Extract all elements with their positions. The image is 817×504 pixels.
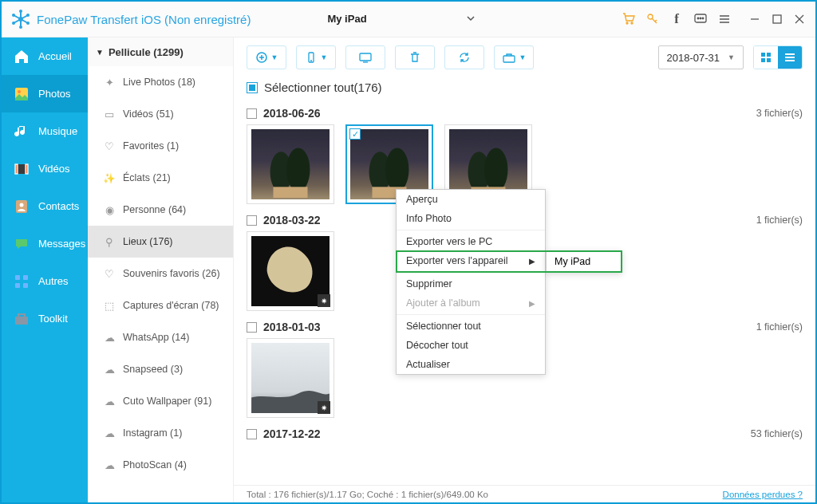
svg-point-6 bbox=[12, 14, 15, 17]
date-group-header[interactable]: 2017-12-2253 fichier(s) bbox=[247, 427, 803, 440]
context-menu-item[interactable]: Exporter vers l'appareil▶ bbox=[397, 251, 545, 270]
facebook-icon[interactable]: f bbox=[670, 13, 683, 26]
svg-point-9 bbox=[26, 22, 30, 25]
svg-rect-34 bbox=[23, 283, 28, 288]
add-button[interactable]: ▼ bbox=[247, 45, 286, 69]
album-icon: ⚲ bbox=[102, 234, 116, 249]
tree-label: WhatsApp (14) bbox=[123, 332, 189, 343]
svg-rect-27 bbox=[15, 164, 18, 174]
context-menu: AperçuInfo PhotoExporter vers le PCExpor… bbox=[396, 189, 546, 375]
date-group-header[interactable]: 2018-06-263 fichier(s) bbox=[247, 107, 803, 120]
svg-point-11 bbox=[631, 22, 633, 24]
videos-icon bbox=[13, 160, 30, 178]
context-menu-item[interactable]: Aperçu bbox=[397, 190, 545, 209]
group-checkbox[interactable] bbox=[247, 108, 257, 119]
thumbnail-image bbox=[251, 129, 330, 199]
album-tree: ▼Pellicule (1299) ✦Live Photos (18)▭Vidé… bbox=[88, 37, 234, 502]
photo-thumb[interactable]: ✷ bbox=[247, 231, 334, 311]
menu-label: Info Photo bbox=[406, 213, 452, 224]
list-view-button[interactable] bbox=[778, 46, 802, 69]
context-submenu[interactable]: My iPad bbox=[546, 250, 622, 273]
tree-item[interactable]: ☁Snapseed (3) bbox=[88, 353, 233, 385]
photo-thumb[interactable]: ✷ bbox=[247, 338, 334, 418]
grid-view-button[interactable] bbox=[754, 46, 778, 69]
tree-item[interactable]: ✦Live Photos (18) bbox=[88, 66, 233, 98]
toolbox-button[interactable]: ▼ bbox=[494, 45, 534, 69]
tree-item[interactable]: ☁Instagram (1) bbox=[88, 417, 233, 449]
close-button[interactable] bbox=[793, 13, 806, 26]
context-menu-item[interactable]: Info Photo bbox=[397, 209, 545, 228]
tree-item[interactable]: ✨Éclats (21) bbox=[88, 162, 233, 194]
tree-item[interactable]: ⚲Lieux (176) bbox=[88, 226, 233, 258]
album-icon: ✨ bbox=[102, 171, 116, 185]
menu-icon[interactable] bbox=[718, 13, 731, 26]
maximize-button[interactable] bbox=[771, 13, 783, 26]
tree-item[interactable]: ▭Vidéos (51) bbox=[88, 98, 233, 130]
tree-item[interactable]: ☁Cuto Wallpaper (91) bbox=[88, 385, 233, 417]
group-count: 3 fichier(s) bbox=[756, 108, 803, 119]
select-all-row[interactable]: Sélectionner tout(176) bbox=[234, 73, 815, 97]
album-icon: ☁ bbox=[102, 330, 116, 345]
context-menu-item[interactable]: Décocher tout bbox=[397, 336, 545, 355]
date-filter[interactable]: 2018-07-31▼ bbox=[658, 45, 744, 69]
tree-item[interactable]: ☁WhatsApp (14) bbox=[88, 321, 233, 353]
group-checkbox[interactable] bbox=[247, 215, 257, 226]
nav-item-videos[interactable]: Vidéos bbox=[2, 150, 88, 187]
context-menu-item[interactable]: Exporter vers le PC bbox=[397, 232, 545, 251]
nav-item-toolkit[interactable]: Toolkit bbox=[2, 300, 88, 337]
delete-button[interactable] bbox=[395, 45, 435, 69]
nav-item-home[interactable]: Accueil bbox=[2, 37, 88, 75]
tree-item[interactable]: ☁PhotoScan (4) bbox=[88, 449, 233, 481]
tree-label: Lieux (176) bbox=[123, 236, 173, 247]
svg-point-4 bbox=[19, 10, 22, 13]
nav-label: Accueil bbox=[38, 50, 72, 62]
menu-label: Aperçu bbox=[406, 194, 438, 205]
tree-item[interactable]: ◉Personne (64) bbox=[88, 194, 233, 226]
context-menu-item[interactable]: Actualiser bbox=[397, 355, 545, 374]
others-icon bbox=[13, 273, 30, 290]
chevron-right-icon: ▶ bbox=[529, 299, 535, 308]
tree-label: Snapseed (3) bbox=[123, 364, 183, 375]
export-to-device-button[interactable]: ▼ bbox=[296, 45, 336, 69]
tree-item[interactable]: ⬚Captures d'écran (78) bbox=[88, 289, 233, 321]
context-menu-item[interactable]: Sélectionner tout bbox=[397, 317, 545, 336]
effect-badge-icon: ✷ bbox=[318, 401, 330, 414]
context-menu-item[interactable]: Supprimer bbox=[397, 274, 545, 293]
chevron-right-icon: ▶ bbox=[529, 257, 535, 266]
album-icon: ✦ bbox=[102, 75, 116, 89]
group-checkbox[interactable] bbox=[247, 429, 257, 439]
group-checkbox[interactable] bbox=[247, 322, 257, 333]
lost-data-link[interactable]: Données perdues ? bbox=[723, 490, 803, 499]
photo-thumb[interactable] bbox=[247, 124, 334, 204]
nav-item-photos[interactable]: Photos bbox=[2, 75, 88, 112]
svg-rect-31 bbox=[15, 275, 20, 280]
tree-label: Cuto Wallpaper (91) bbox=[123, 396, 211, 407]
feedback-icon[interactable] bbox=[694, 13, 707, 26]
key-icon[interactable] bbox=[646, 13, 659, 26]
chevron-down-icon bbox=[466, 12, 476, 26]
nav-item-contacts[interactable]: Contacts bbox=[2, 187, 88, 225]
album-icon: ♡ bbox=[102, 266, 116, 281]
svg-rect-41 bbox=[360, 53, 371, 61]
tree-label: Souvenirs favoris (26) bbox=[123, 268, 220, 279]
group-count: 1 fichier(s) bbox=[756, 321, 803, 333]
svg-point-55 bbox=[385, 148, 408, 191]
nav-item-messages[interactable]: Messages bbox=[2, 225, 88, 262]
nav-item-music[interactable]: Musique bbox=[2, 112, 88, 150]
tree-root[interactable]: ▼Pellicule (1299) bbox=[88, 37, 233, 66]
menu-label: Exporter vers l'appareil bbox=[406, 255, 507, 266]
tree-item[interactable]: ♡Souvenirs favoris (26) bbox=[88, 258, 233, 289]
device-selector[interactable]: My iPad bbox=[322, 8, 482, 30]
menu-label: Sélectionner tout bbox=[406, 321, 481, 332]
nav-label: Toolkit bbox=[38, 313, 68, 325]
refresh-button[interactable] bbox=[444, 45, 484, 69]
view-toggle bbox=[753, 45, 803, 69]
select-all-checkbox[interactable] bbox=[247, 82, 258, 93]
nav-item-others[interactable]: Autres bbox=[2, 262, 88, 300]
minimize-button[interactable] bbox=[748, 13, 761, 26]
svg-rect-47 bbox=[767, 58, 771, 62]
content-toolbar: ▼ ▼ ▼ 2018-07-31▼ bbox=[234, 37, 815, 73]
export-to-pc-button[interactable] bbox=[345, 45, 385, 69]
tree-item[interactable]: ♡Favorites (1) bbox=[88, 130, 233, 162]
cart-icon[interactable] bbox=[622, 13, 635, 26]
